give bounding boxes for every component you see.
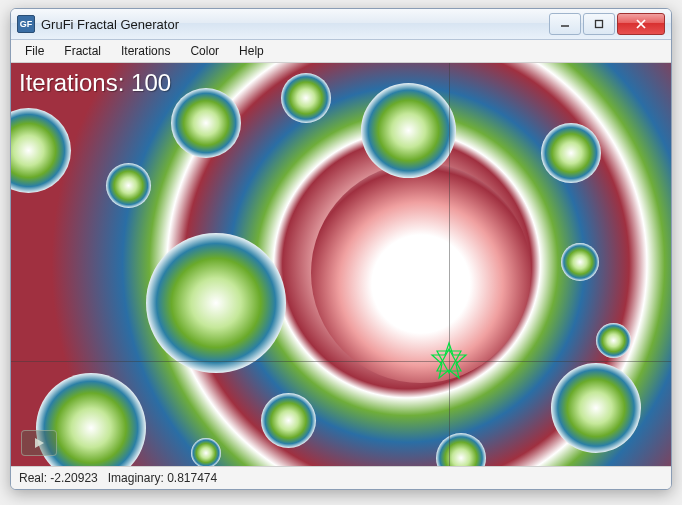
crosshair-horizontal [11,361,671,362]
minimize-icon [560,19,570,29]
menu-file[interactable]: File [15,42,54,60]
app-icon: GF [17,15,35,33]
close-icon [635,18,647,30]
window-controls [549,13,665,35]
fractal-render [11,63,671,466]
app-window: GF GruFi Fractal Generator File Fractal … [10,8,672,490]
menu-color[interactable]: Color [180,42,229,60]
svg-rect-1 [596,21,603,28]
close-button[interactable] [617,13,665,35]
iterations-overlay: Iterations: 100 [19,69,171,97]
play-icon [33,437,45,449]
menu-help[interactable]: Help [229,42,274,60]
menu-fractal[interactable]: Fractal [54,42,111,60]
menu-iterations[interactable]: Iterations [111,42,180,60]
maximize-icon [594,19,604,29]
status-imaginary-label: Imaginary: [108,471,164,485]
status-imaginary-value: 0.817474 [167,471,217,485]
status-real-value: -2.20923 [50,471,97,485]
status-real-label: Real: [19,471,47,485]
maximize-button[interactable] [583,13,615,35]
menubar: File Fractal Iterations Color Help [11,40,671,63]
fractal-canvas[interactable]: Iterations: 100 [11,63,671,466]
titlebar[interactable]: GF GruFi Fractal Generator [11,9,671,40]
crosshair-vertical [449,63,450,466]
play-button[interactable] [21,430,57,456]
svg-marker-7 [35,438,44,448]
statusbar: Real: -2.20923 Imaginary: 0.817474 [11,466,671,489]
window-title: GruFi Fractal Generator [41,17,549,32]
minimize-button[interactable] [549,13,581,35]
